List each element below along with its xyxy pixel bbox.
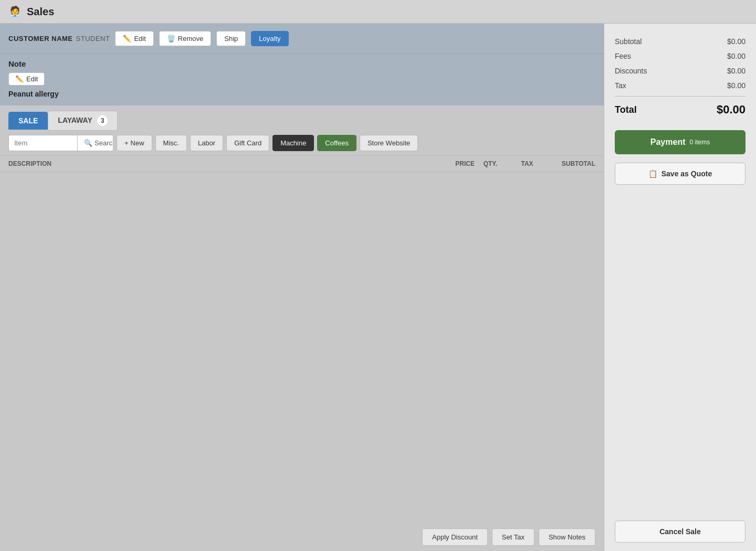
category-coffees-button[interactable]: Coffees — [317, 135, 356, 151]
col-qty-header: QTY. — [475, 160, 506, 167]
payment-items-badge: 0 items — [690, 139, 710, 146]
discounts-value: $0.00 — [727, 67, 746, 75]
customer-bar: CUSTOMER NAME STUDENT ✏️ Edit 🗑️ Remove … — [0, 24, 604, 54]
col-price-header: PRICE — [433, 160, 475, 167]
search-button[interactable]: 🔍 Search — [77, 135, 113, 151]
note-text: Peanut allergy — [8, 90, 595, 98]
cancel-sale-button[interactable]: Cancel Sale — [615, 521, 746, 543]
loyalty-button[interactable]: Loyalty — [251, 31, 288, 46]
category-storewebsite-button[interactable]: Store Website — [360, 135, 418, 151]
col-tax-header: TAX — [506, 160, 548, 167]
remove-customer-button[interactable]: 🗑️ Remove — [159, 31, 211, 46]
edit-customer-button[interactable]: ✏️ Edit — [115, 31, 153, 46]
table-header: DESCRIPTION PRICE QTY. TAX SUBTOTAL — [0, 156, 604, 172]
show-notes-button[interactable]: Show Notes — [539, 528, 595, 546]
tax-value: $0.00 — [727, 81, 746, 90]
discounts-label: Discounts — [615, 67, 647, 75]
category-giftcard-button[interactable]: Gift Card — [226, 135, 269, 151]
ship-button[interactable]: Ship — [216, 31, 246, 46]
table-body — [0, 172, 604, 523]
page-title: Sales — [27, 6, 54, 18]
item-input[interactable] — [9, 135, 77, 151]
customer-name-badge: CUSTOMER NAME STUDENT — [8, 35, 110, 43]
new-item-button[interactable]: + New — [117, 135, 152, 151]
tax-label: Tax — [615, 81, 626, 90]
summary-subtotal-row: Subtotal $0.00 — [615, 34, 746, 49]
main-layout: CUSTOMER NAME STUDENT ✏️ Edit 🗑️ Remove … — [0, 24, 756, 551]
category-labor-button[interactable]: Labor — [190, 135, 223, 151]
tabs-bar: SALE LAYAWAY 3 — [0, 105, 604, 131]
save-quote-button[interactable]: 📋 Save as Quote — [615, 163, 746, 185]
action-row: Apply Discount Set Tax Show Notes — [0, 523, 604, 551]
payment-button[interactable]: Payment 0 items — [615, 130, 746, 154]
summary-fees-row: Fees $0.00 — [615, 49, 746, 63]
tab-layaway[interactable]: LAYAWAY 3 — [48, 111, 118, 131]
summary-discounts-row: Discounts $0.00 — [615, 63, 746, 78]
set-tax-button[interactable]: Set Tax — [492, 528, 534, 546]
note-area: Note ✏️ Edit Peanut allergy — [0, 54, 604, 105]
item-toolbar: 🔍 Search + New Misc. Labor Gift Card Mac… — [0, 131, 604, 156]
col-description-header: DESCRIPTION — [8, 160, 433, 167]
payment-label: Payment — [650, 137, 686, 147]
apply-discount-button[interactable]: Apply Discount — [422, 528, 488, 546]
layaway-badge: 3 — [97, 115, 108, 126]
summary-tax-row: Tax $0.00 — [615, 78, 746, 93]
customer-name-value: STUDENT — [76, 35, 110, 43]
subtotal-value: $0.00 — [727, 37, 746, 46]
sales-icon: 🧑‍💼 — [8, 5, 22, 18]
fees-value: $0.00 — [727, 52, 746, 60]
right-panel: Subtotal $0.00 Fees $0.00 Discounts $0.0… — [604, 24, 756, 551]
header-bar: 🧑‍💼 Sales — [0, 0, 756, 24]
col-subtotal-header: SUBTOTAL — [548, 160, 595, 167]
total-label: Total — [615, 104, 637, 115]
summary-total-row: Total $0.00 — [615, 96, 746, 120]
tab-sale[interactable]: SALE — [8, 112, 48, 130]
category-machine-button[interactable]: Machine — [272, 135, 314, 151]
subtotal-label: Subtotal — [615, 37, 642, 46]
note-edit-button[interactable]: ✏️ Edit — [8, 72, 45, 86]
note-heading: Note — [8, 59, 595, 68]
customer-label: CUSTOMER NAME — [8, 35, 73, 43]
total-value: $0.00 — [717, 103, 746, 116]
category-misc-button[interactable]: Misc. — [155, 135, 187, 151]
left-panel: CUSTOMER NAME STUDENT ✏️ Edit 🗑️ Remove … — [0, 24, 604, 551]
fees-label: Fees — [615, 52, 631, 60]
item-search-wrap: 🔍 Search — [8, 135, 113, 151]
